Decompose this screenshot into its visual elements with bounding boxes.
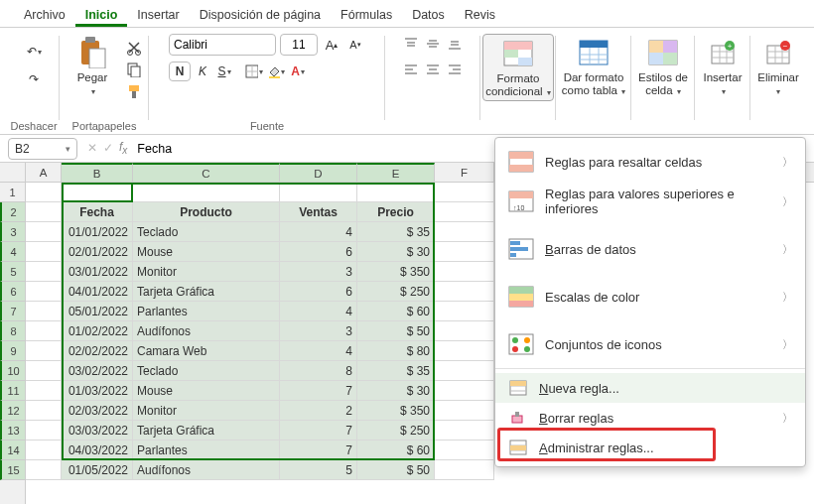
align-top-button[interactable] xyxy=(401,34,421,54)
cell[interactable]: 3 xyxy=(280,262,357,282)
cell[interactable]: 3 xyxy=(280,321,357,341)
cell[interactable]: 03/03/2022 xyxy=(62,421,133,441)
cell[interactable]: Teclado xyxy=(133,361,280,381)
fx-button[interactable]: fx xyxy=(119,140,127,156)
font-color-button[interactable]: A▾ xyxy=(288,62,308,81)
cell[interactable]: $ 50 xyxy=(357,460,435,480)
cell[interactable]: 7 xyxy=(280,421,357,441)
cell[interactable]: Parlantes xyxy=(133,302,280,321)
menu-clear-rules[interactable]: Borrar reglasBorrar reglas〉 xyxy=(495,403,805,433)
cell[interactable]: $ 30 xyxy=(357,381,435,401)
tab-disposicion[interactable]: Disposición de página xyxy=(190,4,331,27)
font-name-select[interactable] xyxy=(169,34,276,56)
cell[interactable]: $ 350 xyxy=(357,401,435,421)
cell[interactable]: 6 xyxy=(280,242,357,262)
delete-cells-button[interactable]: − Eliminar▾ xyxy=(753,34,803,99)
cell[interactable]: Audífonos xyxy=(133,460,280,480)
cell[interactable]: $ 60 xyxy=(357,441,435,460)
cell[interactable]: 01/02/2022 xyxy=(62,321,133,341)
decrease-font-button[interactable]: A▾ xyxy=(345,35,365,55)
tab-formulas[interactable]: Fórmulas xyxy=(331,4,402,27)
undo-button[interactable]: ↶▾ xyxy=(22,40,46,63)
tab-inicio[interactable]: Inicio xyxy=(75,4,128,27)
cell[interactable]: 02/02/2022 xyxy=(62,341,133,361)
cell[interactable]: Ventas xyxy=(280,202,357,222)
cell[interactable]: 04/03/2022 xyxy=(62,441,133,460)
menu-highlight-rules[interactable]: Reglas para resaltar celdas〉 xyxy=(495,142,805,182)
cell[interactable]: Monitor xyxy=(133,262,280,282)
cell[interactable]: $ 250 xyxy=(357,282,435,302)
cell[interactable]: 02/01/2022 xyxy=(62,242,133,262)
cell[interactable]: Precio xyxy=(357,202,435,222)
cell[interactable]: 04/01/2022 xyxy=(62,282,133,302)
cell[interactable]: Teclado xyxy=(133,222,280,242)
format-painter-button[interactable] xyxy=(124,81,144,101)
col-header[interactable]: B xyxy=(62,163,133,182)
cell[interactable]: 5 xyxy=(280,460,357,480)
menu-icon-sets[interactable]: Conjuntos de iconos〉 xyxy=(495,324,805,364)
tab-insertar[interactable]: Insertar xyxy=(127,4,189,27)
cell[interactable]: Audífonos xyxy=(133,321,280,341)
conditional-format-button[interactable]: Formato condicional ▾ xyxy=(482,34,554,101)
row-header[interactable]: 1 xyxy=(0,183,25,202)
cell[interactable]: 4 xyxy=(280,222,357,242)
cell[interactable]: 01/03/2022 xyxy=(62,381,133,401)
cell[interactable]: $ 35 xyxy=(357,222,435,242)
cell[interactable]: Tarjeta Gráfica xyxy=(133,421,280,441)
cell[interactable]: Fecha xyxy=(62,202,133,222)
menu-top-bottom-rules[interactable]: ↑10 Reglas para valores superiores e inf… xyxy=(495,182,805,221)
cell[interactable]: 6 xyxy=(280,282,357,302)
align-left-button[interactable] xyxy=(401,60,421,79)
cell[interactable]: Tarjeta Gráfica xyxy=(133,282,280,302)
cell[interactable]: $ 50 xyxy=(357,321,435,341)
row-header[interactable]: 12 xyxy=(0,401,25,421)
format-as-table-button[interactable]: Dar formato como tabla ▾ xyxy=(558,34,629,99)
confirm-formula-button[interactable]: ✓ xyxy=(103,141,113,155)
col-header[interactable]: D xyxy=(280,163,357,182)
row-header[interactable]: 9 xyxy=(0,341,25,361)
cell[interactable]: 7 xyxy=(280,381,357,401)
cell[interactable]: 03/02/2022 xyxy=(62,361,133,381)
col-header[interactable]: F xyxy=(435,163,494,182)
copy-button[interactable] xyxy=(124,60,144,79)
menu-color-scales[interactable]: Escalas de color〉 xyxy=(495,277,805,316)
tab-revisar[interactable]: Revis xyxy=(455,4,505,27)
align-middle-button[interactable] xyxy=(423,34,443,54)
row-header[interactable]: 15 xyxy=(0,460,25,480)
cell[interactable]: 8 xyxy=(280,361,357,381)
bold-button[interactable]: N xyxy=(169,62,191,81)
borders-button[interactable]: ▾ xyxy=(244,62,264,81)
name-box[interactable]: B2▾ xyxy=(8,138,77,160)
menu-new-rule[interactable]: Nueva regla...Nueva regla... xyxy=(495,373,805,403)
row-header[interactable]: 14 xyxy=(0,441,25,460)
paste-button[interactable]: Pegar▾ xyxy=(65,34,120,99)
row-header[interactable]: 2 xyxy=(0,202,25,222)
row-header[interactable]: 7 xyxy=(0,302,25,321)
font-size-select[interactable] xyxy=(280,34,318,56)
col-header[interactable]: C xyxy=(133,163,280,182)
cell[interactable]: $ 250 xyxy=(357,421,435,441)
menu-manage-rules[interactable]: Administrar reglas...Administrar reglas.… xyxy=(495,433,805,462)
row-header[interactable]: 3 xyxy=(0,222,25,242)
cell[interactable]: Mouse xyxy=(133,242,280,262)
col-header[interactable]: E xyxy=(357,163,435,182)
cell[interactable]: 01/01/2022 xyxy=(62,222,133,242)
cell[interactable]: 01/05/2022 xyxy=(62,460,133,480)
cell[interactable]: 02/03/2022 xyxy=(62,401,133,421)
cell[interactable]: 4 xyxy=(280,302,357,321)
cell[interactable]: 2 xyxy=(280,401,357,421)
align-right-button[interactable] xyxy=(445,60,465,79)
menu-data-bars[interactable]: BBarras de datosarras de datos〉 xyxy=(495,229,805,269)
cell[interactable]: 05/01/2022 xyxy=(62,302,133,321)
insert-cells-button[interactable]: + Insertar▾ xyxy=(698,34,747,99)
cell[interactable]: Camara Web xyxy=(133,341,280,361)
align-center-button[interactable] xyxy=(423,60,443,79)
cell[interactable]: $ 80 xyxy=(357,341,435,361)
cell[interactable]: $ 350 xyxy=(357,262,435,282)
cell[interactable]: $ 30 xyxy=(357,242,435,262)
row-header[interactable]: 8 xyxy=(0,321,25,341)
cell[interactable]: Parlantes xyxy=(133,441,280,460)
italic-button[interactable]: K xyxy=(193,62,212,81)
underline-button[interactable]: S▾ xyxy=(214,62,234,81)
redo-button[interactable]: ↷ xyxy=(22,67,46,91)
